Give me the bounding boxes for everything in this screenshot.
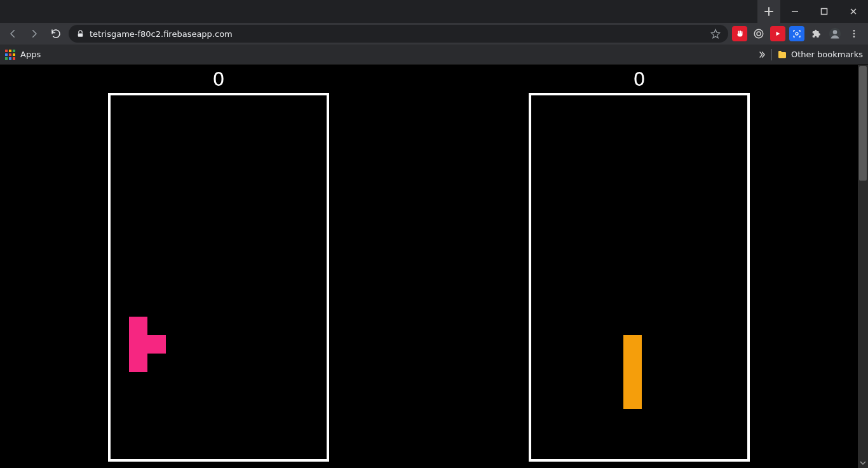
extension-icon[interactable] — [751, 26, 766, 41]
vertical-scrollbar[interactable] — [858, 65, 868, 468]
scrollbar-down-button[interactable] — [858, 458, 868, 468]
target-icon — [753, 28, 764, 39]
extension-icon[interactable] — [770, 26, 785, 41]
svg-point-2 — [754, 29, 763, 38]
divider — [771, 49, 772, 60]
extensions-menu-button[interactable] — [808, 26, 824, 41]
player-pane: 0 — [108, 70, 329, 462]
other-bookmarks-label: Other bookmarks — [791, 50, 863, 59]
lock-icon — [76, 30, 85, 38]
player-1-board[interactable] — [108, 93, 329, 462]
hand-icon — [736, 30, 743, 38]
scrollbar-thumb[interactable] — [859, 66, 867, 181]
nav-back-button[interactable] — [4, 25, 22, 43]
bookmark-star-button[interactable] — [710, 29, 721, 39]
plus-icon — [764, 7, 773, 16]
player-2-score: 0 — [633, 70, 645, 89]
tab-strip — [0, 0, 757, 23]
extension-icon[interactable] — [789, 26, 804, 41]
address-bar-url: tetrisgame-f80c2.firebaseapp.com — [90, 29, 705, 39]
arrow-right-icon — [29, 28, 40, 39]
chevron-down-icon — [860, 460, 866, 466]
dots-vertical-icon — [849, 29, 859, 39]
tetromino-cell — [129, 354, 147, 372]
svg-point-7 — [853, 30, 855, 32]
page-viewport: 0 0 — [0, 65, 868, 468]
window-close-button[interactable] — [839, 0, 868, 23]
svg-point-6 — [833, 30, 837, 34]
svg-point-9 — [853, 36, 855, 38]
apps-grid-icon — [5, 50, 15, 60]
apps-shortcut[interactable]: Apps — [5, 50, 41, 60]
star-icon — [710, 29, 721, 39]
tetromino-cell — [623, 354, 642, 372]
extensions-row — [732, 26, 864, 41]
puzzle-icon — [811, 29, 821, 39]
svg-rect-1 — [78, 33, 83, 36]
player-pane: 0 — [529, 70, 750, 462]
viewfinder-icon — [793, 30, 801, 38]
window-maximize-button[interactable] — [810, 0, 839, 23]
maximize-icon — [820, 8, 828, 15]
bookmarks-bar: Apps Other bookmarks — [0, 45, 868, 65]
window-minimize-button[interactable] — [780, 0, 810, 23]
apps-label: Apps — [20, 50, 41, 59]
svg-point-4 — [796, 32, 798, 35]
window-titlebar — [0, 0, 868, 23]
reload-icon — [50, 28, 62, 39]
player-2-board[interactable] — [529, 93, 750, 462]
svg-rect-0 — [822, 9, 827, 15]
browser-menu-button[interactable] — [846, 26, 862, 41]
folder-icon — [777, 50, 787, 60]
tetromino-cell — [623, 390, 642, 409]
tetromino-cell — [129, 335, 147, 354]
tetromino-cell — [129, 317, 147, 335]
extension-icon[interactable] — [732, 26, 747, 41]
minimize-icon — [791, 8, 799, 15]
svg-point-8 — [853, 33, 855, 35]
profile-avatar[interactable] — [827, 26, 843, 41]
nav-reload-button[interactable] — [47, 25, 65, 43]
play-icon — [775, 31, 781, 37]
bookmarks-overflow-button[interactable] — [757, 50, 766, 59]
other-bookmarks-folder[interactable]: Other bookmarks — [777, 50, 863, 60]
new-tab-button[interactable] — [757, 0, 780, 23]
browser-toolbar: tetrisgame-f80c2.firebaseapp.com — [0, 23, 868, 45]
svg-point-3 — [757, 32, 761, 36]
address-bar[interactable]: tetrisgame-f80c2.firebaseapp.com — [69, 25, 728, 43]
tetromino-cell — [147, 335, 166, 354]
chevron-double-right-icon — [757, 50, 766, 59]
close-icon — [850, 8, 857, 15]
arrow-left-icon — [7, 28, 18, 39]
player-1-score: 0 — [212, 70, 224, 89]
nav-forward-button[interactable] — [25, 25, 43, 43]
tetromino-cell — [623, 372, 642, 390]
avatar-icon — [829, 27, 841, 40]
tetromino-cell — [623, 335, 642, 354]
